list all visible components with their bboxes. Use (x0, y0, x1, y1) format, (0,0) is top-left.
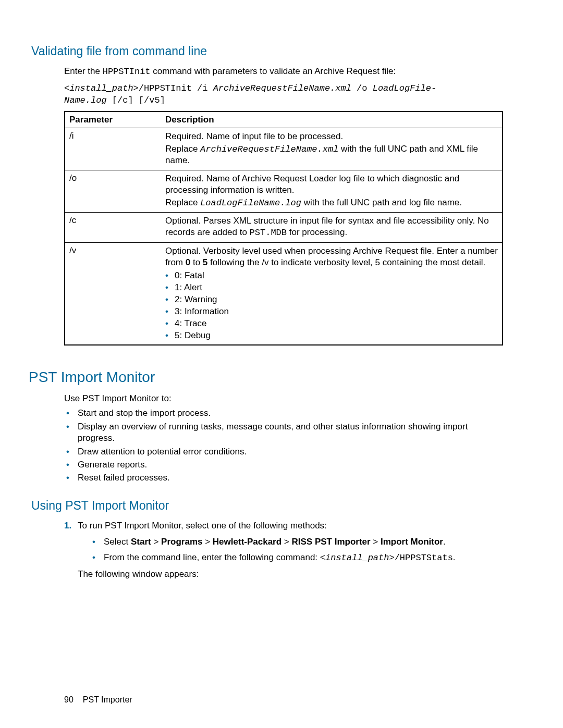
text: . (443, 537, 446, 547)
cmd-var: ArchiveRequestFileName.xml (213, 83, 351, 93)
text: with the full UNC path and log file name… (301, 198, 462, 207)
text: Replace (165, 198, 200, 207)
command-block: <install_path>/HPPSTInit /i ArchiveReque… (64, 83, 503, 107)
code-inline: HPPSTInit (103, 67, 151, 77)
list-item: Generate reports. (64, 459, 503, 471)
text: for processing. (287, 227, 347, 237)
paragraph: The following window appears: (78, 569, 503, 580)
parameters-table: Parameter Description /i Required. Name … (64, 111, 503, 346)
text: . (453, 552, 456, 562)
text: Required. Name of Archive Request Loader… (165, 173, 498, 196)
list-item: 4: Trace (165, 318, 498, 330)
table-row: /i Required. Name of input file to be pr… (65, 128, 503, 170)
list-item: 0: Fatal (165, 270, 498, 282)
text-bold: 5 (203, 257, 207, 267)
section-pst-import-monitor: PST Import Monitor Use PST Import Monito… (31, 369, 503, 484)
cell-param: /c (65, 213, 161, 243)
text: > (282, 537, 291, 547)
cell-desc: Optional. Verbosity level used when proc… (161, 242, 503, 345)
text: Replace (165, 144, 200, 154)
cmd-text: /HPPSTInit /i (139, 83, 213, 93)
verbosity-list: 0: Fatal 1: Alert 2: Warning 3: Informat… (165, 270, 498, 342)
cell-desc: Required. Name of Archive Request Loader… (161, 170, 503, 213)
text: command with parameters to validate an A… (151, 66, 396, 76)
code-inline: /HPPSTStats (395, 553, 453, 563)
list-item: From the command line, enter the followi… (91, 551, 503, 564)
heading-pst-import-monitor: PST Import Monitor (29, 369, 503, 386)
list-item: Draw attention to potential error condit… (64, 446, 503, 458)
section-body: Use PST Import Monitor to: Start and sto… (64, 393, 503, 484)
menu-path: Start (131, 537, 151, 547)
text: From the command line, enter the followi… (104, 552, 320, 562)
heading-using-pst-import-monitor: Using PST Import Monitor (31, 499, 503, 513)
text: > (371, 537, 381, 547)
list-item: Select Start > Programs > Hewlett-Packar… (91, 536, 503, 548)
cell-param: /v (65, 242, 161, 345)
section-body: Enter the HPPSTInit command with paramet… (64, 66, 503, 346)
text: Required. Name of input file to be proce… (165, 131, 498, 142)
menu-path: Import Monitor (381, 537, 443, 547)
steps-list: 1. To run PST Import Monitor, select one… (64, 520, 503, 580)
table-row: /o Required. Name of Archive Request Loa… (65, 170, 503, 213)
cell-param: /o (65, 170, 161, 213)
page-number: 90 (64, 695, 74, 704)
sub-list: Select Start > Programs > Hewlett-Packar… (91, 536, 503, 564)
code-inline: LoadLogFileName.log (200, 198, 301, 208)
text: Optional. Verbosity level used when proc… (165, 245, 498, 268)
cell-desc: Required. Name of input file to be proce… (161, 128, 503, 170)
section-validating: Validating file from command line Enter … (31, 44, 503, 346)
cmd-var: Name.log (64, 95, 107, 105)
cell-param: /i (65, 128, 161, 170)
step-number: 1. (64, 520, 71, 532)
cmd-text: /o (351, 83, 373, 93)
list-item: Display an overview of running tasks, me… (64, 421, 503, 445)
text: Replace ArchiveRequestFileName.xml with … (165, 143, 498, 167)
table-row: /v Optional. Verbosity level used when p… (65, 242, 503, 345)
feature-list: Start and stop the import process. Displ… (64, 408, 503, 484)
heading-validating: Validating file from command line (31, 44, 503, 58)
col-header-parameter: Parameter (65, 112, 161, 128)
intro-paragraph: Use PST Import Monitor to: (64, 393, 503, 404)
list-item: 2: Warning (165, 294, 498, 306)
list-item: 5: Debug (165, 330, 498, 342)
intro-paragraph: Enter the HPPSTInit command with paramet… (64, 66, 503, 78)
section-body: 1. To run PST Import Monitor, select one… (64, 520, 503, 580)
section-using-pst-import-monitor: Using PST Import Monitor 1. To run PST I… (31, 499, 503, 580)
code-inline: <install_path> (320, 553, 395, 563)
col-header-description: Description (161, 112, 503, 128)
page-footer: 90PST Importer (64, 695, 132, 705)
code-inline: ArchiveRequestFileName.xml (200, 144, 338, 154)
text: Select (104, 537, 131, 547)
text: > (151, 537, 161, 547)
text: Enter the (64, 66, 103, 76)
cmd-var: <install_path> (64, 83, 139, 93)
list-item: Reset failed processes. (64, 472, 503, 484)
text: following the /v to indicate verbosity l… (207, 257, 485, 267)
menu-path: Hewlett-Packard (213, 537, 282, 547)
cmd-text: [/c] [/v5] (107, 95, 165, 105)
list-item: Start and stop the import process. (64, 408, 503, 419)
menu-path: Programs (161, 537, 202, 547)
text: to (190, 257, 203, 267)
list-item: 3: Information (165, 306, 498, 318)
text: Optional. Parses XML structure in input … (165, 215, 498, 239)
list-item: 1: Alert (165, 282, 498, 294)
menu-path: RISS PST Importer (292, 537, 371, 547)
table-row: /c Optional. Parses XML structure in inp… (65, 213, 503, 243)
code-inline: PST.MDB (250, 228, 287, 238)
cell-desc: Optional. Parses XML structure in input … (161, 213, 503, 243)
text: > (202, 537, 212, 547)
step-item: 1. To run PST Import Monitor, select one… (64, 520, 503, 580)
footer-title: PST Importer (83, 695, 132, 704)
step-text: To run PST Import Monitor, select one of… (78, 521, 327, 530)
text-bold: 0 (186, 257, 190, 267)
table-header-row: Parameter Description (65, 112, 503, 128)
cmd-var: LoadLogFile- (373, 83, 436, 93)
text: Replace LoadLogFileName.log with the ful… (165, 197, 498, 209)
